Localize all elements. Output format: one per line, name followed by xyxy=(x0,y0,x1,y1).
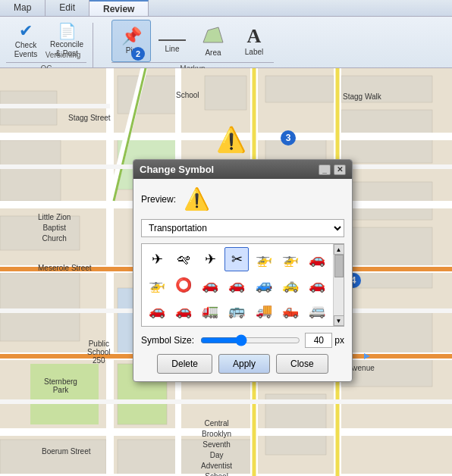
check-events-icon: ✔ xyxy=(19,23,33,39)
symbol-bus[interactable]: 🚌 xyxy=(224,299,249,323)
symbol-circle[interactable]: ⭕ xyxy=(171,273,196,297)
symbol-plane-x[interactable]: ✈ xyxy=(198,247,222,271)
delete-button[interactable]: Delete xyxy=(157,354,212,374)
size-slider[interactable] xyxy=(200,334,300,346)
versioning-label: Versioning xyxy=(23,49,103,59)
symbol-plane-side[interactable]: 🛩 xyxy=(171,247,196,271)
symbol-suv[interactable]: 🚙 xyxy=(252,273,276,297)
symbol-car-yellow[interactable]: 🚗 xyxy=(145,299,169,323)
markup-group: 📌 Pin Line Area A Label xyxy=(111,20,274,73)
map-label-school250: PublicSchool250 xyxy=(87,340,111,365)
symbol-pickup[interactable]: 🛻 xyxy=(278,299,303,323)
symbol-airplane[interactable]: ✈ xyxy=(145,247,169,271)
preview-icon: ⚠️ xyxy=(184,186,210,211)
scroll-thumb[interactable] xyxy=(334,255,344,277)
pin-icon: 📌 xyxy=(121,28,142,45)
change-symbol-dialog: Change Symbol _ ✕ Preview: ⚠️ Transporta… xyxy=(133,159,353,382)
preview-row: Preview: ⚠️ xyxy=(141,186,344,211)
symbol-delivery[interactable]: 🚚 xyxy=(252,299,276,323)
map-label-stagg-walk: Stagg Walk xyxy=(343,92,381,101)
symbol-grid: ✈ 🛩 ✈ ✂ 🚁 🚁 🚗 🚁 ⭕ 🚗 🚗 🚙 🚕 🚗 xyxy=(142,244,333,326)
tab-map[interactable]: Map xyxy=(0,0,46,16)
tab-edit[interactable]: Edit xyxy=(46,0,89,16)
dialog-titlebar: Change Symbol _ ✕ xyxy=(133,160,352,179)
reconcile-icon: 📄 xyxy=(58,23,77,39)
map-warning-icon: ⚠️ xyxy=(216,125,246,154)
symbol-category-dropdown[interactable]: Transportation Hazards General Traffic E… xyxy=(141,219,344,237)
map-label-meserole-st: Meserole Street xyxy=(38,264,92,272)
line-label: Line xyxy=(165,45,180,53)
toolbar-content: ✔ CheckEvents 📄 Reconcile& Post QC Versi… xyxy=(0,17,452,76)
map-label-central: CentralBrooklynSeventhDayAdventistSchool xyxy=(201,418,232,476)
map-label-stagg-street: Stagg Street xyxy=(68,114,111,122)
dialog-minimize-button[interactable]: _ xyxy=(319,164,331,175)
dialog-titlebar-buttons: _ ✕ xyxy=(319,164,346,175)
label-label: Label xyxy=(245,48,263,56)
size-value-input[interactable] xyxy=(305,333,332,348)
badge-markup: 2 xyxy=(131,47,145,61)
dialog-body: Preview: ⚠️ Transportation Hazards Gener… xyxy=(133,179,352,381)
scroll-track xyxy=(334,255,344,315)
line-button[interactable]: Line xyxy=(152,20,192,62)
map-badge-3: 3 xyxy=(281,130,296,146)
map-area[interactable]: School Stagg Walk Stagg Street MartinezP… xyxy=(0,68,452,476)
dialog-buttons: Delete Apply Close xyxy=(141,354,344,374)
label-icon: A xyxy=(247,27,262,46)
size-label: Symbol Size: xyxy=(141,335,194,346)
symbol-car-sedan[interactable]: 🚗 xyxy=(198,273,222,297)
separator-1 xyxy=(93,23,93,70)
symbol-truck[interactable]: 🚛 xyxy=(198,299,222,323)
tab-bar: Map Edit Review xyxy=(0,0,452,17)
area-icon xyxy=(202,26,224,47)
map-label-boerum: Boerum Street xyxy=(42,447,90,456)
area-button[interactable]: Area xyxy=(193,20,233,62)
apply-button[interactable]: Apply xyxy=(218,354,270,374)
symbol-heli-small[interactable]: 🚁 xyxy=(145,273,169,297)
symbol-helicopter-2[interactable]: 🚁 xyxy=(278,247,303,271)
symbol-placeholder-1[interactable]: 🚗 xyxy=(305,247,329,271)
close-button[interactable]: Close xyxy=(276,354,328,374)
map-label-church: Little ZionBaptistChurch xyxy=(38,212,71,244)
symbol-helicopter-1[interactable]: 🚁 xyxy=(252,247,276,271)
scroll-down-button[interactable]: ▼ xyxy=(334,315,344,326)
map-label-sternberg: SternbergPark xyxy=(44,377,77,394)
size-unit: px xyxy=(334,335,344,346)
tab-review[interactable]: Review xyxy=(89,0,149,16)
dialog-title: Change Symbol xyxy=(140,164,214,175)
preview-label: Preview: xyxy=(141,194,176,205)
qc-group: ✔ CheckEvents 📄 Reconcile& Post QC Versi… xyxy=(6,20,86,73)
map-label-school: School xyxy=(176,91,199,99)
symbol-grid-container: ✈ 🛩 ✈ ✂ 🚁 🚁 🚗 🚁 ⭕ 🚗 🚗 🚙 🚕 🚗 xyxy=(141,243,344,327)
line-icon xyxy=(159,33,186,43)
svg-marker-1 xyxy=(203,27,223,42)
toolbar: Map Edit Review ✔ CheckEvents 📄 Reconcil… xyxy=(0,0,452,68)
dropdown-row: Transportation Hazards General Traffic E… xyxy=(141,219,344,237)
symbol-placeholder-2[interactable]: 🚗 xyxy=(305,273,329,297)
symbol-placeholder-3[interactable]: 🚐 xyxy=(305,299,329,323)
symbol-car-green[interactable]: 🚕 xyxy=(278,273,303,297)
scroll-up-button[interactable]: ▲ xyxy=(334,244,344,255)
label-button[interactable]: A Label xyxy=(234,20,274,62)
size-row: Symbol Size: px xyxy=(141,333,344,348)
dialog-close-button[interactable]: ✕ xyxy=(334,164,346,175)
symbol-car-small[interactable]: 🚗 xyxy=(171,299,196,323)
symbol-car-red[interactable]: 🚗 xyxy=(224,273,249,297)
symbol-scissors[interactable]: ✂ xyxy=(224,247,249,271)
area-label: Area xyxy=(205,49,221,57)
grid-scrollbar: ▲ ▼ xyxy=(333,244,344,326)
